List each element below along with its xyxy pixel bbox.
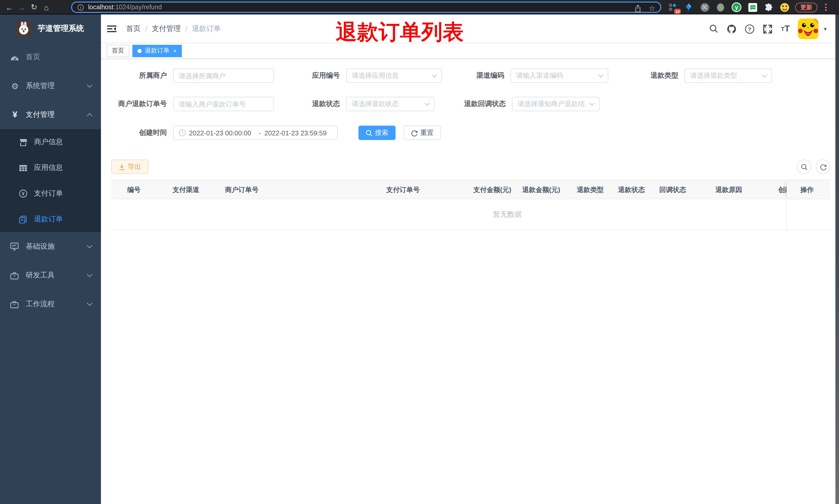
- merchant-input[interactable]: [173, 69, 274, 83]
- date-separator: -: [258, 129, 261, 137]
- sidebar-item-label: 退款订单: [34, 215, 63, 224]
- select-placeholder: 请输入渠道编码: [516, 71, 594, 80]
- channel-select[interactable]: 请输入渠道编码: [511, 69, 608, 83]
- site-info-icon[interactable]: [77, 4, 84, 11]
- extension-tiles-icon[interactable]: 10: [667, 2, 678, 12]
- table-toolbar: [797, 160, 830, 174]
- sidebar-item-label: 支付管理: [26, 110, 55, 120]
- help-icon[interactable]: ?: [745, 24, 755, 34]
- sidebar-logo-row[interactable]: 芋道管理系统: [0, 14, 101, 43]
- sidebar-item-merchant-info[interactable]: 商户信息: [0, 129, 101, 155]
- briefcase-icon: [10, 272, 20, 279]
- toggle-search-button[interactable]: [797, 160, 811, 174]
- browser-reload-icon[interactable]: ↻: [28, 0, 40, 14]
- share-icon[interactable]: [635, 4, 642, 12]
- gear-icon: ⚙: [10, 81, 20, 91]
- sidebar-item-pay-order[interactable]: ¥ 支付订单: [0, 181, 101, 206]
- select-placeholder: 请选择退款类型: [690, 71, 758, 80]
- bookmark-star-icon[interactable]: ☆: [649, 4, 655, 12]
- chevron-down-icon: [87, 245, 93, 249]
- extension-emoji-icon[interactable]: [779, 2, 789, 12]
- breadcrumb-separator: /: [185, 25, 188, 33]
- font-size-icon[interactable]: TT: [781, 24, 790, 34]
- url-text: localhost:1024/pay/refund: [88, 4, 162, 11]
- merchant-refund-no-field[interactable]: [179, 100, 268, 108]
- breadcrumb-home[interactable]: 首页: [126, 24, 141, 34]
- filter-row-1: 所属商户 应用编号 请选择应用信息 渠道编码 请输入渠道编码 退款类型: [111, 69, 772, 83]
- sidebar-item-infra[interactable]: 基础设施: [0, 232, 101, 261]
- sidebar-collapse-icon[interactable]: [107, 24, 117, 34]
- extensions-puzzle-icon[interactable]: [763, 2, 773, 12]
- svg-text:y: y: [735, 4, 738, 11]
- chevron-down-icon: [589, 102, 595, 106]
- avatar-caret-icon[interactable]: ▾: [824, 25, 827, 32]
- tag-home[interactable]: 首页: [107, 44, 129, 57]
- reset-button[interactable]: 重置: [404, 126, 441, 140]
- browser-home-icon[interactable]: ⌂: [40, 0, 53, 14]
- col-id: 编号: [127, 180, 141, 200]
- sidebar-item-label: 应用信息: [34, 163, 63, 173]
- screen: ← → ↻ ⌂ localhost:1024/pay/refund ☆ 10: [0, 0, 839, 504]
- header-search-icon[interactable]: [710, 24, 719, 34]
- date-end[interactable]: 2022-01-23 23:59:59: [265, 129, 332, 137]
- chevron-down-icon: [87, 84, 93, 88]
- browser-forward-icon[interactable]: →: [15, 0, 28, 14]
- extension-record-icon[interactable]: [715, 2, 726, 12]
- breadcrumb-payment[interactable]: 支付管理: [152, 24, 181, 34]
- search-button[interactable]: 搜索: [358, 126, 395, 140]
- refund-status-select[interactable]: 请选择退款状态: [346, 97, 435, 111]
- empty-placeholder: 暂无数据: [493, 199, 522, 230]
- sidebar-item-label: 工作流程: [26, 300, 55, 309]
- extension-kite-icon[interactable]: [683, 2, 694, 12]
- browser-update-button[interactable]: 更新: [795, 2, 817, 12]
- briefcase-icon: [10, 300, 20, 308]
- chevron-down-icon: [424, 102, 430, 106]
- browser-back-icon[interactable]: ←: [3, 0, 15, 14]
- user-avatar[interactable]: [798, 19, 819, 39]
- notify-status-select[interactable]: 请选择通知商户退款结果的回调状态: [512, 97, 600, 111]
- refresh-button[interactable]: [816, 160, 830, 174]
- sidebar-item-home[interactable]: 首页: [0, 43, 101, 72]
- create-time-range-picker[interactable]: 2022-01-23 00:00:00 - 2022-01-23 23:59:5…: [173, 126, 338, 140]
- app-logo: [15, 20, 32, 37]
- extension-y-icon[interactable]: y: [731, 2, 742, 12]
- filter-label: 所属商户: [111, 71, 173, 80]
- tag-close-icon[interactable]: ×: [173, 47, 177, 54]
- github-icon[interactable]: [727, 24, 737, 34]
- sidebar-item-payment[interactable]: ¥ 支付管理: [0, 101, 101, 129]
- address-bar[interactable]: localhost:1024/pay/refund ☆: [71, 2, 661, 13]
- merchant-input-field[interactable]: [179, 72, 268, 79]
- url-host: localhost: [88, 4, 113, 11]
- tags-bar: 首页 退款订单 ×: [101, 43, 839, 59]
- window-scrollbar[interactable]: [835, 14, 839, 504]
- col-callback-status: 回调状态: [659, 180, 686, 200]
- merchant-refund-no-input[interactable]: [173, 97, 274, 111]
- table-header: 编号 支付渠道 商户订单号 支付订单号 支付金额(元) 退款金额(元) 退款类型…: [111, 180, 830, 199]
- col-pay-amount: 支付金额(元): [473, 180, 511, 200]
- browser-menu-icon[interactable]: [825, 4, 827, 11]
- command-glyph: ⌘: [700, 3, 709, 12]
- sidebar-item-refund-order[interactable]: 退款订单: [0, 206, 101, 232]
- app-select[interactable]: 请选择应用信息: [346, 69, 442, 83]
- extension-chat-icon[interactable]: [747, 2, 757, 12]
- reset-label: 重置: [420, 128, 434, 138]
- chevron-down-icon: [762, 74, 767, 77]
- tt-small: T: [781, 26, 784, 32]
- export-label: 导出: [128, 162, 141, 172]
- col-merchant-order-no: 商户订单号: [225, 180, 258, 200]
- export-button[interactable]: 导出: [111, 160, 148, 174]
- fullscreen-icon[interactable]: [763, 24, 773, 34]
- date-start[interactable]: 2022-01-23 00:00:00: [189, 129, 255, 137]
- col-pay-channel: 支付渠道: [173, 180, 199, 200]
- sidebar-item-devtools[interactable]: 研发工具: [0, 261, 101, 290]
- sidebar-item-workflow[interactable]: 工作流程: [0, 290, 101, 319]
- svg-text:¥: ¥: [22, 191, 24, 196]
- yen-icon: ¥: [10, 110, 20, 120]
- sidebar-item-system[interactable]: ⚙ 系统管理: [0, 72, 101, 101]
- sidebar-item-app-info[interactable]: 应用信息: [0, 155, 101, 181]
- tag-refund-order[interactable]: 退款订单 ×: [132, 44, 182, 57]
- sidebar-item-label: 支付订单: [34, 189, 63, 198]
- extension-command-icon[interactable]: ⌘: [699, 2, 710, 12]
- fixed-operation-body: [786, 199, 830, 230]
- refund-type-select[interactable]: 请选择退款类型: [684, 69, 772, 83]
